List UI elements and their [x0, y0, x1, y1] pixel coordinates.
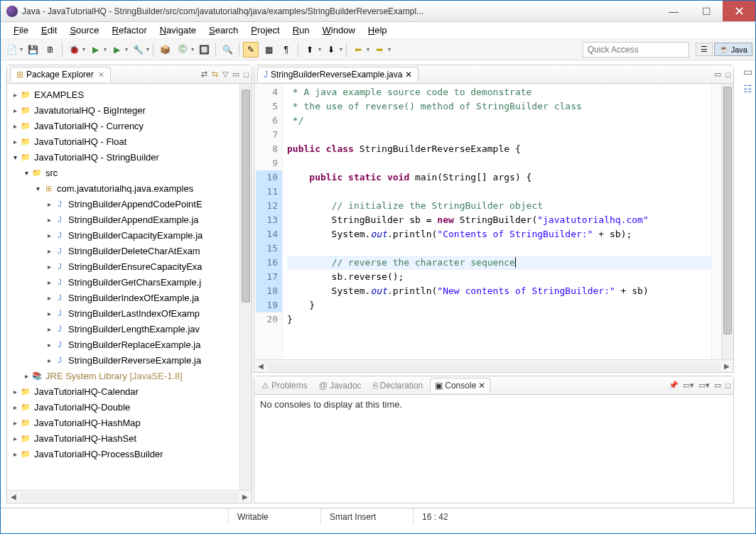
package-explorer-tree[interactable]: ▸📁EXAMPLES▸📁JavatutorialHQ - BigInteger▸… [7, 84, 239, 490]
display-console-icon[interactable]: ▭▾ [683, 381, 694, 390]
new-class-icon[interactable]: Ⓒ [175, 42, 190, 58]
close-button[interactable]: ✕ [723, 1, 755, 21]
menu-search[interactable]: Search [203, 23, 244, 37]
expand-arrow-icon[interactable]: ▸ [10, 107, 20, 114]
expand-arrow-icon[interactable]: ▸ [44, 356, 54, 364]
collapse-all-icon[interactable]: ⇄ [201, 70, 207, 79]
expand-arrow-icon[interactable]: ▸ [44, 278, 54, 286]
forward-icon[interactable]: ➡ [372, 42, 387, 58]
expand-arrow-icon[interactable]: ▸ [10, 388, 20, 396]
run-last-icon[interactable]: ▶ [109, 42, 124, 58]
tree-item-project[interactable]: ▸📁JavaTutorialHQ-Calendar [7, 383, 239, 399]
expand-arrow-icon[interactable]: ▸ [44, 325, 54, 333]
tree-item-java-file[interactable]: ▸JStringBuilderIndexOfExample.ja [7, 290, 239, 305]
tree-item-java-file[interactable]: ▸JStringBuilderLastIndexOfExamp [7, 305, 239, 321]
code-editor[interactable]: 4567891011121314151617181920 * A java ex… [254, 84, 733, 359]
menu-run[interactable]: Run [287, 23, 315, 37]
expand-arrow-icon[interactable]: ▸ [10, 419, 20, 427]
annotation-next-icon[interactable]: ⬇ [323, 42, 339, 58]
run-icon[interactable]: ▶ [87, 42, 103, 58]
tree-item-java-file[interactable]: ▸JStringBuilderLengthExample.jav [7, 321, 239, 337]
overview-ruler[interactable] [711, 84, 721, 359]
code-area[interactable]: * A java example source code to demonstr… [283, 84, 711, 359]
tree-item-project[interactable]: ▸📁JavaTutorialHQ-HashSet [7, 430, 239, 446]
save-icon[interactable]: 💾 [25, 42, 40, 58]
tree-item-java-file[interactable]: ▸JStringBuilderReplaceExample.ja [7, 337, 239, 352]
minimize-button[interactable]: — [657, 1, 690, 21]
tree-item-project[interactable]: ▸📁JavaTutorialHQ - Float [7, 134, 239, 149]
menu-file[interactable]: File [8, 23, 34, 37]
expand-arrow-icon[interactable]: ▸ [10, 91, 20, 99]
tree-item-java-file[interactable]: ▸JStringBuilderGetCharsExample.j [7, 274, 239, 290]
search-icon[interactable]: 🔍 [220, 42, 235, 58]
view-menu-icon[interactable]: ▽ [222, 70, 228, 79]
tree-item-java-file[interactable]: ▸JStringBuilderDeleteCharAtExam [7, 243, 239, 258]
expand-arrow-icon[interactable]: ▸ [44, 247, 54, 255]
tree-item-project[interactable]: ▸📁JavaTutorialHQ-HashMap [7, 415, 239, 430]
new-package-icon[interactable]: 📦 [157, 42, 173, 58]
toggle-block-icon[interactable]: ▦ [261, 42, 276, 58]
back-icon[interactable]: ⬅ [350, 42, 366, 58]
tree-item-java-file[interactable]: ▸JStringBuilderReverseExample.ja [7, 352, 239, 368]
toggle-mark-icon[interactable]: ✎ [243, 42, 259, 58]
open-perspective-button[interactable]: ☰ [696, 43, 713, 56]
menu-navigate[interactable]: Navigate [154, 23, 202, 37]
expand-arrow-icon[interactable]: ▸ [44, 263, 54, 271]
maximize-view-icon[interactable]: □ [244, 70, 249, 79]
minimize-view-icon[interactable]: ▭ [232, 70, 239, 79]
new-icon[interactable]: 📄 [4, 42, 19, 58]
close-icon[interactable]: ✕ [405, 70, 412, 80]
tree-item-package[interactable]: ▾⊞com.javatutorialhq.java.examples [7, 180, 239, 196]
open-type-icon[interactable]: 🔲 [196, 42, 212, 58]
tree-item-java-file[interactable]: ▸JStringBuilderAppendCodePointE [7, 196, 239, 212]
expand-arrow-icon[interactable]: ▸ [10, 450, 20, 458]
expand-arrow-icon[interactable]: ▸ [44, 294, 54, 302]
open-console-icon[interactable]: ▭▾ [698, 381, 710, 390]
tab-javadoc[interactable]: @ Javadoc [315, 378, 366, 393]
tree-item-project[interactable]: ▸📁JavaTutorialHQ - Currency [7, 118, 239, 134]
menu-refactor[interactable]: Refactor [107, 23, 153, 37]
expand-arrow-icon[interactable]: ▸ [44, 200, 54, 208]
tree-item-project[interactable]: ▸📁JavaTutorialHQ-ProcessBuilder [7, 446, 239, 462]
tree-item-project[interactable]: ▸📁JavatutorialHQ - BigInteger [7, 102, 239, 118]
menu-window[interactable]: Window [317, 23, 361, 37]
menu-edit[interactable]: Edit [36, 23, 63, 37]
expand-arrow-icon[interactable]: ▾ [10, 153, 20, 161]
minimize-view-icon[interactable]: ▭ [714, 70, 721, 79]
expand-arrow-icon[interactable]: ▸ [10, 435, 20, 442]
expand-arrow-icon[interactable]: ▸ [21, 372, 31, 380]
external-tools-icon[interactable]: 🔧 [130, 42, 146, 58]
menu-source[interactable]: Source [64, 23, 104, 37]
maximize-view-icon[interactable]: □ [725, 70, 730, 79]
close-icon[interactable]: ✕ [98, 70, 104, 80]
annotation-prev-icon[interactable]: ⬆ [302, 42, 318, 58]
quick-access-input[interactable] [583, 42, 689, 58]
expand-arrow-icon[interactable]: ▸ [44, 341, 54, 349]
tree-item-src[interactable]: ▾📁src [7, 165, 239, 180]
java-perspective-button[interactable]: ☕Java [714, 43, 752, 56]
tree-item-project[interactable]: ▸📁EXAMPLES [7, 87, 239, 102]
tab-problems[interactable]: ⚠ Problems [257, 378, 312, 393]
pin-console-icon[interactable]: 📌 [669, 381, 679, 390]
tree-item-java-file[interactable]: ▸JStringBuilderAppendExample.ja [7, 212, 239, 227]
menu-help[interactable]: Help [362, 23, 393, 37]
debug-icon[interactable]: 🐞 [66, 42, 82, 58]
outline-icon[interactable]: ☷ [743, 83, 752, 94]
show-whitespace-icon[interactable]: ¶ [279, 42, 294, 58]
expand-arrow-icon[interactable]: ▸ [10, 122, 20, 130]
tree-hscrollbar[interactable]: ◀▶ [7, 490, 252, 503]
expand-arrow-icon[interactable]: ▸ [44, 231, 54, 239]
minimize-view-icon[interactable]: ▭ [714, 381, 721, 390]
maximize-view-icon[interactable]: □ [725, 381, 730, 390]
tab-declaration[interactable]: ⎘ Declaration [369, 378, 428, 393]
expand-arrow-icon[interactable]: ▸ [44, 310, 54, 317]
tree-item-project[interactable]: ▸📁JavaTutorialHQ-Double [7, 399, 239, 415]
menu-project[interactable]: Project [245, 23, 285, 37]
close-icon[interactable]: ✕ [478, 381, 485, 391]
tree-item-project[interactable]: ▾📁JavaTutorialHQ - StringBuilder [7, 149, 239, 165]
editor-vscrollbar[interactable] [721, 84, 733, 359]
expand-arrow-icon[interactable]: ▸ [44, 216, 54, 224]
package-explorer-tab[interactable]: ⊞ Package Explorer ✕ [10, 67, 111, 82]
expand-arrow-icon[interactable]: ▸ [10, 403, 20, 411]
tree-item-jre[interactable]: ▸📚JRE System Library [JavaSE-1.8] [7, 368, 239, 383]
